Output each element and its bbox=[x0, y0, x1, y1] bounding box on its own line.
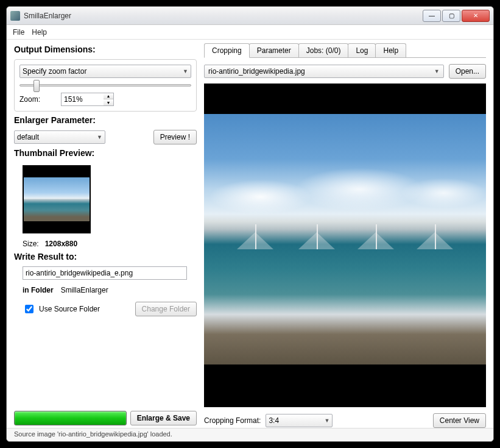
zoom-slider-thumb[interactable] bbox=[33, 80, 40, 92]
menu-file[interactable]: File bbox=[13, 28, 24, 37]
center-view-button[interactable]: Center View bbox=[433, 413, 486, 428]
cropping-format-select[interactable]: 3:4 ▼ bbox=[266, 414, 333, 427]
preview-image bbox=[204, 114, 486, 364]
size-value: 1208x880 bbox=[45, 240, 77, 248]
zoom-label: Zoom: bbox=[19, 95, 56, 104]
enlarge-save-button[interactable]: Enlarge & Save bbox=[130, 411, 197, 425]
spin-down-icon[interactable]: ▼ bbox=[104, 99, 113, 105]
tab-parameter[interactable]: Parameter bbox=[249, 43, 299, 57]
thumbnail-image bbox=[24, 177, 90, 221]
zoom-spinner[interactable]: ▲ ▼ bbox=[104, 93, 114, 106]
zoom-slider[interactable] bbox=[19, 84, 191, 87]
thumbnail-heading: Thumbnail Preview: bbox=[14, 148, 197, 158]
write-result-heading: Write Result to: bbox=[14, 252, 197, 261]
folder-name: SmillaEnlarger bbox=[61, 286, 108, 294]
status-text: Source image 'rio-antirio_bridgewikipedi… bbox=[14, 430, 172, 438]
change-folder-button[interactable]: Change Folder bbox=[135, 302, 197, 316]
titlebar: SmillaEnlarger — ▢ ✕ bbox=[7, 7, 493, 25]
tab-cropping[interactable]: Cropping bbox=[204, 43, 250, 58]
app-window: SmillaEnlarger — ▢ ✕ File Help Output Di… bbox=[6, 6, 494, 442]
parameter-value: default bbox=[17, 133, 39, 141]
thumbnail-preview bbox=[23, 165, 91, 233]
cropping-format-label: Cropping Format: bbox=[204, 416, 261, 425]
tab-help[interactable]: Help bbox=[375, 43, 406, 57]
menu-help[interactable]: Help bbox=[32, 28, 47, 37]
app-icon bbox=[10, 11, 20, 21]
chevron-down-icon: ▼ bbox=[434, 68, 440, 74]
parameter-select[interactable]: default ▼ bbox=[14, 130, 105, 144]
enlarger-parameter-heading: Enlarger Parameter: bbox=[14, 115, 197, 125]
output-dimensions-heading: Output Dimensions: bbox=[14, 44, 197, 54]
preview-button[interactable]: Preview ! bbox=[153, 130, 197, 144]
output-dimensions-group: Specify zoom factor ▼ Zoom: ▲ ▼ bbox=[14, 59, 197, 112]
chevron-down-icon: ▼ bbox=[324, 418, 329, 424]
zoom-input[interactable] bbox=[61, 93, 104, 106]
left-panel: Output Dimensions: Specify zoom factor ▼… bbox=[14, 43, 197, 428]
minimize-button[interactable]: — bbox=[423, 10, 441, 22]
tab-bar: Cropping Parameter Jobs: (0/0) Log Help bbox=[204, 43, 486, 58]
maximize-button[interactable]: ▢ bbox=[442, 10, 460, 22]
statusbar: Source image 'rio-antirio_bridgewikipedi… bbox=[7, 428, 493, 441]
menubar: File Help bbox=[7, 25, 493, 40]
chevron-down-icon: ▼ bbox=[97, 134, 102, 140]
tab-jobs[interactable]: Jobs: (0/0) bbox=[298, 43, 349, 57]
progress-bar bbox=[14, 411, 127, 425]
zoom-mode-select[interactable]: Specify zoom factor ▼ bbox=[19, 65, 191, 78]
chevron-down-icon: ▼ bbox=[183, 68, 188, 74]
cropping-format-value: 3:4 bbox=[269, 416, 279, 425]
in-folder-label: in Folder bbox=[23, 286, 54, 294]
output-filename-input[interactable] bbox=[23, 266, 187, 280]
zoom-mode-value: Specify zoom factor bbox=[23, 67, 86, 76]
use-source-folder-checkbox[interactable] bbox=[25, 305, 33, 313]
right-panel: Cropping Parameter Jobs: (0/0) Log Help … bbox=[204, 43, 486, 428]
tab-log[interactable]: Log bbox=[348, 43, 376, 57]
image-preview-area[interactable] bbox=[204, 84, 486, 407]
source-file-select[interactable]: rio-antirio_bridgewikipedia.jpg ▼ bbox=[204, 65, 444, 78]
window-title: SmillaEnlarger bbox=[24, 12, 423, 20]
source-file-value: rio-antirio_bridgewikipedia.jpg bbox=[208, 67, 305, 76]
size-label: Size: bbox=[23, 240, 39, 248]
close-button[interactable]: ✕ bbox=[462, 10, 490, 22]
use-source-folder-label: Use Source Folder bbox=[39, 305, 100, 313]
spin-up-icon[interactable]: ▲ bbox=[104, 93, 113, 99]
open-button[interactable]: Open... bbox=[449, 64, 486, 79]
